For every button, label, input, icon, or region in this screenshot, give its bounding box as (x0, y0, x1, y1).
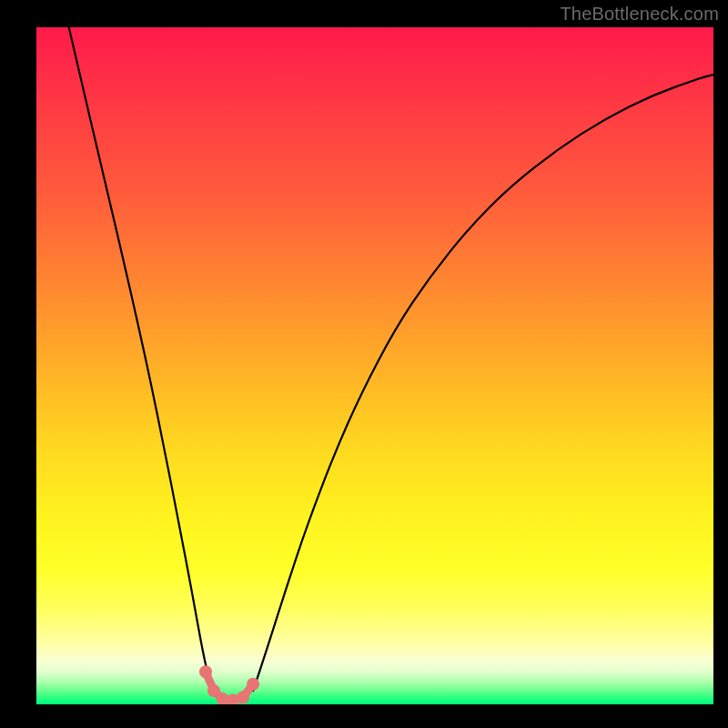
marker-chain (199, 665, 259, 704)
plot-area (36, 27, 713, 704)
right-ascending-curve (253, 75, 713, 691)
marker-dot (247, 678, 259, 691)
marker-dot (199, 665, 212, 678)
marker-dot (237, 692, 249, 704)
watermark-text: TheBottleneck.com (560, 4, 719, 25)
curve-svg (36, 27, 713, 704)
left-descending-curve (69, 27, 213, 691)
chart-container: TheBottleneck.com (0, 0, 728, 728)
